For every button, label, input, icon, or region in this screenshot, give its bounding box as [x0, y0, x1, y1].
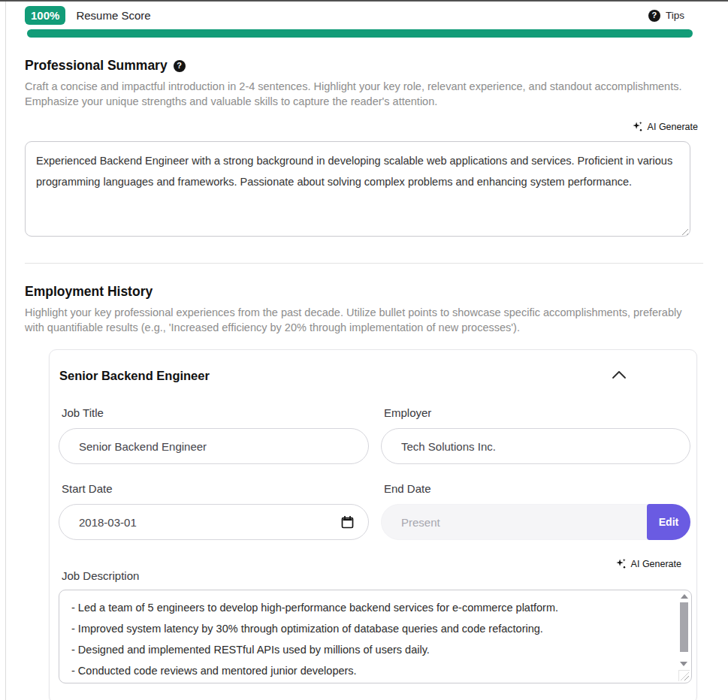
professional-summary-heading-text: Professional Summary — [25, 58, 168, 74]
resume-score-title: Resume Score — [76, 9, 150, 22]
score-badge: 100% — [25, 6, 65, 25]
ai-generate-label: AI Generate — [648, 122, 698, 132]
chevron-up-icon — [611, 370, 627, 380]
help-icon: ? — [648, 10, 660, 22]
window-left-edge — [5, 2, 6, 700]
job-title-field-group: Job Title — [59, 406, 369, 464]
resume-score-bar: 100% Resume Score ? Tips — [0, 2, 728, 29]
job-title-label: Job Title — [62, 406, 369, 419]
employment-history-heading: Employment History — [25, 284, 704, 300]
edit-end-date-button[interactable]: Edit — [647, 504, 690, 540]
sparkle-icon — [632, 121, 643, 132]
end-date-input[interactable] — [381, 504, 690, 540]
professional-summary-textarea[interactable]: Experienced Backend Engineer with a stro… — [25, 141, 690, 237]
help-icon[interactable]: ? — [174, 60, 186, 72]
end-date-field-group: End Date Edit — [381, 482, 690, 540]
sparkle-icon — [615, 558, 627, 569]
employer-field-group: Employer — [381, 406, 690, 464]
job-description-textarea[interactable]: - Led a team of 5 engineers to develop h… — [59, 590, 692, 683]
scrollbar-thumb[interactable] — [680, 602, 688, 652]
job-description-text[interactable]: - Led a team of 5 engineers to develop h… — [59, 590, 676, 683]
start-date-input[interactable] — [59, 504, 369, 540]
scroll-down-icon[interactable] — [680, 662, 687, 666]
employer-input[interactable] — [381, 428, 690, 464]
end-date-label: End Date — [384, 482, 690, 495]
employment-history-section: Employment History Highlight your key pr… — [0, 284, 728, 700]
calendar-icon[interactable] — [341, 515, 354, 529]
section-divider — [25, 263, 703, 264]
employment-entry-title: Senior Backend Engineer — [59, 369, 210, 383]
ai-generate-label: AI Generate — [631, 559, 681, 569]
employer-label: Employer — [384, 406, 690, 419]
tips-button[interactable]: ? Tips — [644, 9, 689, 23]
employment-entry-card: Senior Backend Engineer Job Title Employ… — [49, 349, 697, 700]
professional-summary-heading: Professional Summary ? — [25, 58, 704, 74]
ai-generate-button[interactable]: AI Generate — [632, 119, 698, 134]
professional-summary-section: Professional Summary ? Craft a concise a… — [0, 58, 728, 240]
tips-label: Tips — [666, 10, 684, 21]
job-title-input[interactable] — [59, 428, 369, 464]
resume-score-progress-bar — [27, 29, 693, 38]
scrollbar[interactable] — [678, 592, 690, 668]
employment-history-description: Highlight your key professional experien… — [25, 305, 696, 335]
professional-summary-description: Craft a concise and impactful introducti… — [25, 79, 704, 109]
ai-generate-button[interactable]: AI Generate — [615, 557, 681, 571]
resize-grip-icon[interactable] — [678, 670, 690, 681]
job-description-label: Job Description — [62, 569, 139, 582]
scroll-up-icon[interactable] — [681, 594, 688, 599]
start-date-field-group: Start Date — [59, 482, 369, 540]
start-date-label: Start Date — [62, 482, 369, 495]
collapse-entry-button[interactable] — [609, 368, 629, 384]
